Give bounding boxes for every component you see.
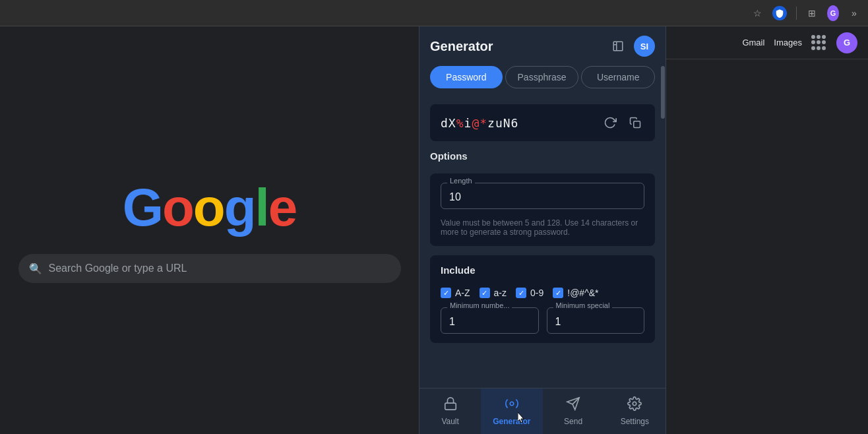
checkboxes-group: ✓ A-Z ✓ a-z ✓ 0-9 ✓ !@#^&* [441,288,644,298]
apps-dot [811,46,815,50]
password-display-field: dX%i@*zuN6 [430,104,655,141]
apps-dot [817,35,821,39]
send-icon [566,396,580,414]
google-homepage: Google 🔍 Search Google or type a URL [0,26,419,434]
vault-icon [443,396,458,414]
min-special-input[interactable] [547,307,645,334]
length-card: Length Value must be between 5 and 128. … [430,173,655,246]
google-search-bar[interactable]: 🔍 Search Google or type a URL [18,254,401,283]
google-logo: Google [123,177,297,238]
checkbox-digits-box: ✓ [516,288,526,298]
min-numbers-input[interactable] [441,307,539,334]
apps-dot [822,40,826,44]
checkbox-az-lower-label: a-z [494,288,507,298]
svg-point-6 [633,402,637,406]
nav-send[interactable]: Send [543,388,604,434]
svg-rect-0 [613,42,623,51]
google-user-avatar[interactable]: G [836,32,857,53]
settings-icon [627,396,642,414]
length-field-container: Length [441,183,644,209]
google-apps-icon[interactable] [811,35,827,51]
options-title: Options [430,150,655,162]
panel-body: dX%i@*zuN6 Options [419,96,666,388]
length-label: Length [447,177,475,185]
svg-rect-2 [445,403,456,410]
settings-nav-label: Settings [621,417,649,426]
options-section: Options [430,150,655,164]
nav-settings[interactable]: Settings [604,388,666,434]
extensions-menu-icon[interactable]: ⊞ [806,7,818,19]
browser-topbar: ☆ ⊞ G » [0,0,868,26]
apps-dot [822,46,826,50]
checkbox-special[interactable]: ✓ !@#^&* [553,288,598,298]
checkbox-az-upper[interactable]: ✓ A-Z [441,288,470,298]
min-numbers-field: Minimum numbe... [441,307,539,334]
scrollbar[interactable] [660,66,666,409]
checkbox-digits-label: 0-9 [530,288,543,298]
star-icon[interactable]: ☆ [751,7,763,19]
nav-vault[interactable]: Vault [419,388,481,434]
nav-generator[interactable]: Generator [481,388,542,434]
password-actions [601,113,644,132]
user-avatar[interactable]: SI [634,36,655,57]
header-icons: SI [609,36,655,57]
apps-dot [811,35,815,39]
include-card: Include ✓ A-Z ✓ a-z ✓ 0-9 ✓ !@#^&* [430,255,655,343]
extend-panels-icon[interactable]: » [848,7,860,19]
chrome-user-avatar[interactable]: G [827,5,839,21]
panel-header: Generator SI [419,26,666,66]
length-hint: Value must be between 5 and 128. Use 14 … [441,218,644,237]
min-fields-row: Minimum numbe... Minimum special [441,307,644,334]
bitwarden-extension-icon[interactable] [772,6,787,20]
send-nav-label: Send [564,417,582,426]
bitwarden-panel: Generator SI Password Passphrase Usernam… [419,26,666,434]
popout-icon[interactable] [609,37,627,55]
min-numbers-label: Minimum numbe... [447,301,512,309]
tab-password[interactable]: Password [430,66,503,88]
bottom-nav: Vault Generator Send [419,388,666,434]
checkbox-az-upper-box: ✓ [441,288,451,298]
generated-password: dX%i@*zuN6 [441,116,601,130]
tab-passphrase[interactable]: Passphrase [505,66,579,88]
apps-dot [822,35,826,39]
svg-rect-1 [634,121,640,128]
svg-point-3 [510,402,514,406]
generator-nav-label: Generator [493,417,530,426]
apps-dot [817,46,821,50]
images-link[interactable]: Images [774,38,802,47]
copy-button[interactable] [626,113,644,132]
checkbox-digits[interactable]: ✓ 0-9 [516,288,543,298]
apps-dot [811,40,815,44]
search-placeholder-text: Search Google or type a URL [49,263,187,274]
generator-icon [505,396,519,414]
search-icon: 🔍 [29,263,42,275]
checkbox-az-lower-box: ✓ [480,288,490,298]
scrollbar-thumb[interactable] [661,66,665,119]
length-input[interactable] [441,183,644,209]
min-special-field: Minimum special [547,307,645,334]
panel-title: Generator [430,39,493,54]
checkbox-special-box: ✓ [553,288,563,298]
apps-dot [817,40,821,44]
regenerate-button[interactable] [601,113,619,132]
profile-menu-icon[interactable]: G [827,7,839,19]
include-title: Include [441,264,644,276]
checkbox-az-lower[interactable]: ✓ a-z [480,288,507,298]
checkbox-az-upper-label: A-Z [455,288,470,298]
tab-username[interactable]: Username [581,66,655,88]
checkbox-special-label: !@#^&* [567,288,598,298]
vault-nav-label: Vault [441,417,458,426]
min-special-label: Minimum special [553,301,613,309]
toolbar-divider [796,7,797,20]
gmail-link[interactable]: Gmail [742,38,764,47]
generator-tabs: Password Passphrase Username [419,66,666,96]
